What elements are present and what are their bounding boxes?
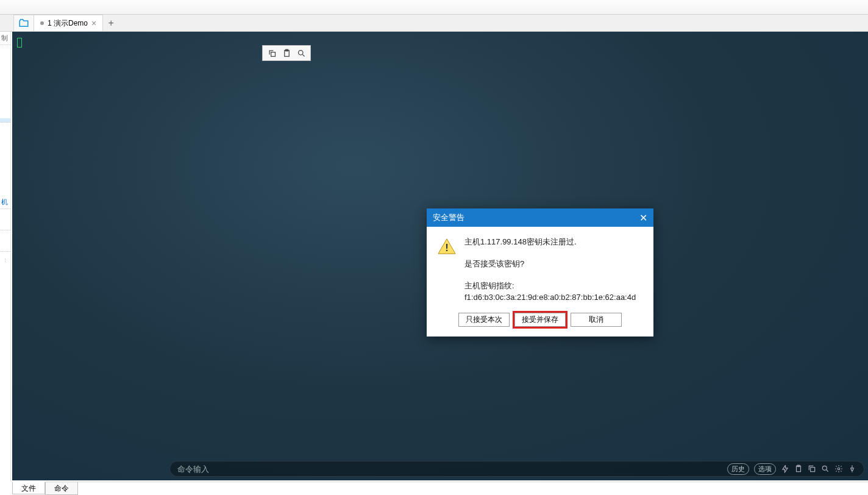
left-sidebar: 制 机 ⋮: [0, 32, 11, 482]
paste-icon[interactable]: [281, 48, 292, 59]
svg-text:!: !: [445, 242, 449, 254]
svg-line-11: [827, 470, 828, 472]
command-input-bar: 历史 选项: [169, 461, 864, 477]
bottom-tab-command[interactable]: 命令: [45, 482, 78, 495]
accept-and-save-button[interactable]: 接受并保存: [514, 313, 566, 327]
paste-icon[interactable]: [794, 465, 803, 473]
dialog-title-text: 安全警告: [433, 212, 464, 223]
copy-icon[interactable]: [266, 48, 277, 59]
accept-once-button[interactable]: 只接受本次: [458, 313, 510, 327]
pin-icon[interactable]: [848, 465, 856, 473]
svg-point-12: [838, 468, 840, 470]
tab-label: 1 演示Demo: [48, 18, 88, 29]
new-tab-button[interactable]: +: [103, 15, 119, 31]
options-button[interactable]: 选项: [754, 463, 776, 475]
svg-rect-9: [811, 468, 815, 472]
dialog-close-button[interactable]: ✕: [639, 212, 647, 224]
svg-point-3: [298, 50, 303, 55]
warning-icon: !: [438, 238, 456, 255]
security-warning-dialog: 安全警告 ✕ ! 主机1.117.99.148密钥未注册过. 是否接受该密钥? …: [427, 208, 653, 337]
terminal-viewport[interactable]: 安全警告 ✕ ! 主机1.117.99.148密钥未注册过. 是否接受该密钥? …: [12, 32, 868, 480]
bottom-tab-bar: 文件 命令: [12, 482, 868, 495]
sidebar-fragment-host[interactable]: 机: [0, 196, 10, 209]
dirty-indicator-icon: [40, 21, 44, 25]
sidebar-fragment-active[interactable]: [0, 118, 10, 123]
search-icon[interactable]: [296, 48, 307, 59]
terminal-cursor: [17, 38, 22, 48]
tab-close-button[interactable]: ×: [91, 18, 96, 28]
copy-icon[interactable]: [808, 465, 816, 473]
history-button[interactable]: 历史: [727, 463, 749, 475]
search-icon[interactable]: [821, 465, 830, 473]
cancel-button[interactable]: 取消: [571, 313, 622, 327]
dialog-fingerprint-value: f1:d6:b3:0c:3a:21:9d:e8:a0:b2:87:bb:1e:6…: [464, 293, 636, 302]
svg-line-4: [302, 54, 304, 56]
lightning-icon[interactable]: [781, 465, 789, 473]
command-input[interactable]: [177, 465, 722, 474]
tab-session[interactable]: 1 演示Demo ×: [34, 15, 103, 31]
dialog-titlebar[interactable]: 安全警告 ✕: [427, 208, 653, 227]
bottom-tab-file[interactable]: 文件: [12, 482, 45, 494]
dialog-line-host: 主机1.117.99.148密钥未注册过.: [464, 237, 642, 248]
svg-rect-0: [271, 52, 275, 56]
sidebar-fragment: 制: [0, 32, 10, 45]
dialog-line-question: 是否接受该密钥?: [464, 258, 642, 269]
tab-strip: 1 演示Demo × +: [0, 15, 868, 32]
settings-icon[interactable]: [834, 465, 843, 473]
dialog-fingerprint-label: 主机密钥指纹:: [464, 281, 514, 290]
menu-bar: [0, 0, 868, 15]
floating-toolbar: [262, 45, 311, 61]
svg-point-10: [822, 466, 827, 470]
open-folder-button[interactable]: [13, 15, 34, 31]
dialog-message: 主机1.117.99.148密钥未注册过. 是否接受该密钥? 主机密钥指纹: f…: [464, 237, 642, 304]
